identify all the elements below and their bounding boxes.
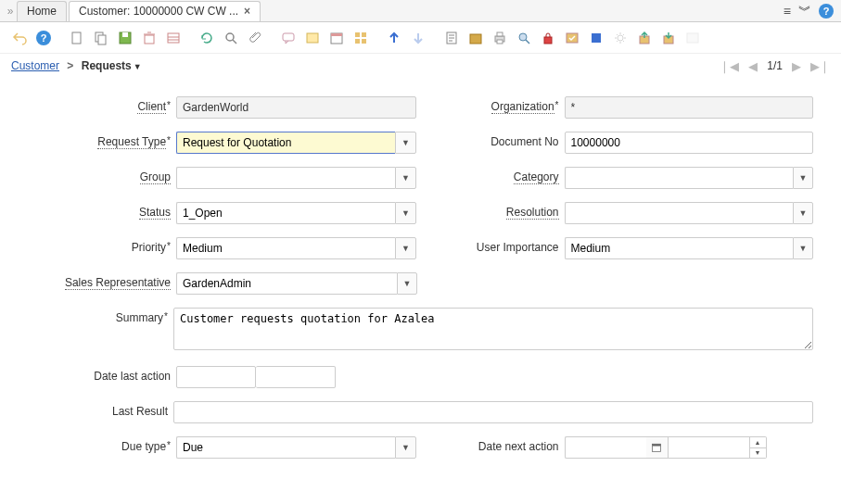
svg-rect-5 bbox=[145, 35, 154, 44]
note-icon[interactable] bbox=[302, 28, 323, 48]
export-icon[interactable] bbox=[634, 28, 655, 48]
copy-icon[interactable] bbox=[91, 28, 111, 48]
help-toolbar-icon[interactable]: ? bbox=[33, 28, 54, 48]
svg-rect-13 bbox=[362, 32, 366, 37]
pager-first-icon[interactable]: ❘◀ bbox=[720, 59, 739, 73]
svg-rect-19 bbox=[497, 32, 503, 36]
label-date-last-action: Date last action bbox=[28, 366, 176, 383]
group-dropdown-button[interactable]: ▼ bbox=[395, 167, 415, 189]
status-field[interactable] bbox=[176, 202, 395, 224]
svg-rect-14 bbox=[355, 39, 360, 44]
calendar-icon[interactable] bbox=[326, 28, 347, 48]
label-summary: Summary bbox=[28, 308, 173, 324]
summary-field[interactable] bbox=[173, 308, 813, 350]
date-next-action-spinner[interactable]: ▲▼ bbox=[750, 436, 767, 459]
print-icon[interactable] bbox=[490, 28, 510, 48]
sales-rep-field[interactable] bbox=[176, 272, 397, 295]
date-last-action-time[interactable] bbox=[256, 366, 336, 388]
menu-icon[interactable]: ≡ bbox=[784, 4, 791, 19]
label-category: Category bbox=[416, 167, 565, 183]
undo-icon[interactable] bbox=[9, 28, 30, 48]
date-last-action-date[interactable] bbox=[176, 366, 256, 388]
svg-point-25 bbox=[618, 35, 623, 41]
new-icon[interactable] bbox=[67, 28, 87, 48]
user-importance-field[interactable] bbox=[565, 237, 793, 259]
svg-rect-24 bbox=[592, 33, 601, 43]
breadcrumb-separator: > bbox=[67, 59, 73, 72]
archive-icon[interactable] bbox=[465, 28, 486, 48]
chat-icon[interactable] bbox=[278, 28, 299, 48]
last-result-field[interactable] bbox=[173, 401, 813, 423]
organization-field bbox=[565, 96, 813, 119]
priority-dropdown-button[interactable]: ▼ bbox=[395, 237, 415, 259]
date-next-action-num[interactable] bbox=[669, 436, 750, 459]
svg-point-7 bbox=[226, 33, 234, 41]
status-dropdown-button[interactable]: ▼ bbox=[395, 202, 415, 224]
grid-toggle-icon[interactable] bbox=[163, 28, 184, 48]
expand-tabs-icon[interactable]: » bbox=[4, 5, 17, 18]
svg-rect-30 bbox=[653, 444, 661, 446]
svg-rect-6 bbox=[168, 33, 179, 43]
label-priority: Priority bbox=[28, 237, 176, 254]
due-type-dropdown-button[interactable]: ▼ bbox=[395, 436, 415, 459]
pager-last-icon[interactable]: ▶❘ bbox=[810, 59, 830, 73]
svg-rect-0 bbox=[72, 32, 81, 44]
request-type-dropdown-button[interactable]: ▼ bbox=[395, 132, 415, 154]
resolution-dropdown-button[interactable]: ▼ bbox=[793, 202, 813, 224]
multi-icon[interactable] bbox=[350, 28, 371, 48]
tab-customer[interactable]: Customer: 10000000 CW CW ... × bbox=[69, 1, 261, 21]
group-field[interactable] bbox=[176, 167, 395, 189]
parent-down-icon[interactable] bbox=[408, 28, 428, 48]
breadcrumb-root[interactable]: Customer bbox=[11, 59, 59, 72]
category-field[interactable] bbox=[565, 167, 793, 189]
label-last-result: Last Result bbox=[28, 401, 173, 418]
pager-next-icon[interactable]: ▶ bbox=[792, 59, 801, 73]
calendar-picker-icon[interactable] bbox=[646, 436, 669, 459]
label-resolution: Resolution bbox=[416, 202, 565, 219]
svg-rect-11 bbox=[331, 33, 342, 36]
attachment-icon[interactable] bbox=[245, 28, 265, 48]
svg-point-21 bbox=[519, 33, 527, 41]
svg-rect-2 bbox=[98, 35, 106, 44]
due-type-field[interactable] bbox=[176, 436, 395, 459]
lock-icon[interactable] bbox=[538, 28, 558, 48]
spinner-up-icon[interactable]: ▲ bbox=[750, 437, 766, 448]
process-icon[interactable] bbox=[562, 28, 582, 48]
search-icon[interactable] bbox=[221, 28, 241, 48]
request-type-field[interactable] bbox=[176, 132, 395, 154]
zoom-icon[interactable] bbox=[514, 28, 534, 48]
breadcrumb-current[interactable]: Requests▼ bbox=[82, 59, 142, 72]
tab-close-icon[interactable]: × bbox=[244, 5, 250, 18]
save-icon[interactable] bbox=[115, 28, 135, 48]
report-icon[interactable] bbox=[441, 28, 462, 48]
help-icon[interactable]: ? bbox=[819, 4, 834, 19]
product-icon[interactable] bbox=[586, 28, 606, 48]
priority-field[interactable] bbox=[176, 237, 395, 259]
label-group: Group bbox=[28, 167, 176, 183]
import-icon[interactable] bbox=[658, 28, 679, 48]
tab-home[interactable]: Home bbox=[17, 1, 67, 21]
svg-rect-9 bbox=[307, 33, 318, 43]
svg-rect-28 bbox=[687, 33, 698, 43]
gear-icon[interactable] bbox=[610, 28, 631, 48]
label-sales-rep: Sales Representative bbox=[28, 272, 176, 289]
category-dropdown-button[interactable]: ▼ bbox=[793, 167, 813, 189]
refresh-icon[interactable] bbox=[197, 28, 217, 48]
more-icon[interactable] bbox=[682, 28, 703, 48]
client-field bbox=[176, 96, 416, 119]
toolbar: ? bbox=[0, 22, 841, 54]
document-no-field[interactable] bbox=[565, 132, 813, 154]
spinner-down-icon[interactable]: ▼ bbox=[750, 448, 766, 459]
pager-prev-icon[interactable]: ◀ bbox=[748, 59, 758, 73]
user-importance-dropdown-button[interactable]: ▼ bbox=[793, 237, 813, 259]
svg-rect-17 bbox=[470, 34, 481, 44]
parent-up-icon[interactable] bbox=[384, 28, 404, 48]
collapse-icon[interactable]: ︾ bbox=[798, 3, 811, 19]
sales-rep-dropdown-button[interactable]: ▼ bbox=[397, 272, 417, 295]
delete-icon[interactable] bbox=[139, 28, 159, 48]
form: Client Organization Request Type ▼ Docum… bbox=[0, 78, 841, 481]
svg-rect-20 bbox=[497, 40, 503, 44]
date-next-action-date[interactable] bbox=[565, 436, 646, 459]
label-due-type: Due type bbox=[28, 436, 176, 453]
resolution-field[interactable] bbox=[565, 202, 793, 224]
